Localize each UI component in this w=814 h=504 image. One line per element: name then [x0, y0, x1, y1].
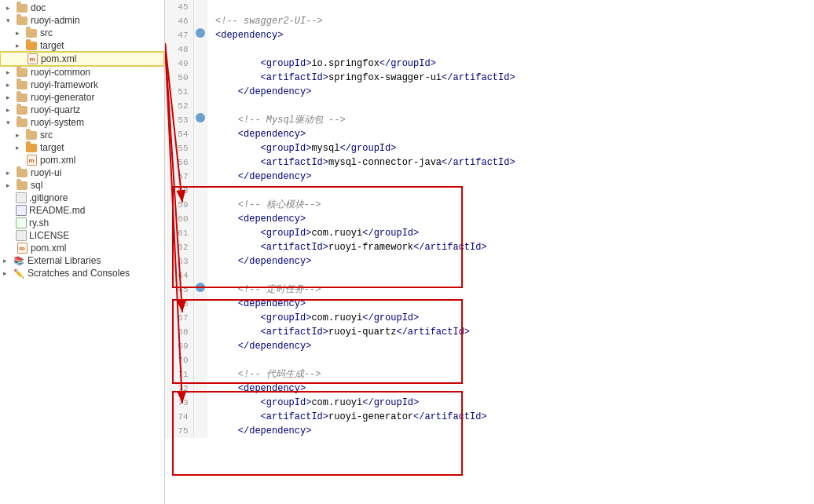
- tree-item-license[interactable]: LICENSE: [0, 229, 164, 242]
- code-line-56: 56 <artifactId>mysql-connector-java</art…: [165, 155, 814, 170]
- code-line-66: 66 <dependency>: [165, 297, 814, 311]
- code-content-63: </dependency>: [207, 254, 814, 268]
- tree-item-scratches[interactable]: ✏️ Scratches and Consoles: [0, 267, 164, 279]
- label-ry-sh: ry.sh: [29, 217, 49, 228]
- arrow-ruoyi-common: [6, 68, 16, 76]
- tree-item-root-pom[interactable]: m pom.xml: [0, 242, 164, 254]
- code-line-58: 58: [165, 184, 814, 198]
- code-content-70: [207, 353, 814, 367]
- file-icon-gitignore: [16, 192, 27, 203]
- label-readme: README.md: [29, 205, 85, 216]
- code-content-53: <!-- Mysql驱动包 -->: [207, 113, 814, 127]
- label-ruoyi-ui: ruoyi-ui: [31, 167, 61, 178]
- code-editor: 45 46<!-- swagger2-UI-->47<dependency>48…: [165, 0, 814, 504]
- code-content-59: <!-- 核心模块-->: [207, 198, 814, 212]
- code-line-47: 47<dependency>: [165, 28, 814, 42]
- gutter-dot-53: [196, 113, 205, 122]
- ext-lib-icon: 📚: [13, 255, 25, 266]
- tree-item-ruoyi-generator[interactable]: ruoyi-generator: [0, 91, 164, 104]
- code-line-74: 74 <artifactId>ruoyi-generator</artifact…: [165, 410, 814, 424]
- tree-item-ruoyi-quartz[interactable]: ruoyi-quartz: [0, 104, 164, 116]
- label-system-src: src: [40, 130, 53, 141]
- tree-item-doc[interactable]: doc: [0, 2, 164, 14]
- code-content-46: <!-- swagger2-UI-->: [207, 14, 814, 28]
- tree-item-gitignore[interactable]: .gitignore: [0, 192, 164, 204]
- folder-icon-ruoyi-common: [16, 67, 28, 78]
- label-external-libraries: External Libraries: [28, 255, 101, 266]
- code-line-52: 52: [165, 99, 814, 113]
- tree-item-admin-target[interactable]: target: [0, 39, 164, 52]
- code-content-55: <groupId>mysql</groupId>: [207, 141, 814, 155]
- code-content-56: <artifactId>mysql-connector-java</artifa…: [207, 155, 814, 170]
- code-line-55: 55 <groupId>mysql</groupId>: [165, 141, 814, 155]
- code-line-57: 57 </dependency>: [165, 170, 814, 184]
- label-ruoyi-admin: ruoyi-admin: [31, 15, 80, 26]
- code-content-73: <groupId>com.ruoyi</groupId>: [207, 396, 814, 410]
- label-doc: doc: [31, 2, 46, 13]
- tree-item-admin-pom[interactable]: m pom.xml: [0, 52, 164, 66]
- label-ruoyi-common: ruoyi-common: [31, 67, 90, 78]
- arrow-ruoyi-quartz: [6, 106, 16, 114]
- code-content-49: <groupId>io.springfox</groupId>: [207, 57, 814, 71]
- code-line-59: 59 <!-- 核心模块-->: [165, 198, 814, 212]
- label-admin-target: target: [40, 40, 64, 51]
- label-ruoyi-framework: ruoyi-framework: [31, 79, 98, 90]
- tree-item-system-src[interactable]: src: [0, 129, 164, 141]
- label-admin-src: src: [40, 27, 53, 38]
- code-content-58: [207, 184, 814, 198]
- code-line-75: 75 </dependency>: [165, 424, 814, 438]
- code-content-71: <!-- 代码生成-->: [207, 367, 814, 382]
- arrow-ruoyi-admin: [6, 16, 16, 24]
- arrow-system-target: [16, 144, 25, 152]
- gutter-dot-47: [196, 28, 205, 38]
- tree-item-ruoyi-system[interactable]: ruoyi-system: [0, 116, 164, 129]
- code-content-66: <dependency>: [207, 297, 814, 311]
- code-content-47: <dependency>: [207, 28, 814, 42]
- code-content-65: <!-- 定时任务-->: [207, 283, 814, 297]
- tree-item-ruoyi-ui[interactable]: ruoyi-ui: [0, 166, 164, 179]
- code-content-75: </dependency>: [207, 424, 814, 438]
- label-ruoyi-generator: ruoyi-generator: [31, 92, 94, 103]
- code-line-54: 54 <dependency>: [165, 127, 814, 141]
- tree-item-ry-sh[interactable]: ry.sh: [0, 217, 164, 229]
- arrow-ruoyi-ui: [6, 169, 16, 177]
- code-content-57: </dependency>: [207, 170, 814, 184]
- arrow-external-libraries: [3, 257, 13, 265]
- code-line-49: 49 <groupId>io.springfox</groupId>: [165, 57, 814, 71]
- tree-item-system-pom[interactable]: m pom.xml: [0, 154, 164, 166]
- code-line-46: 46<!-- swagger2-UI-->: [165, 14, 814, 28]
- file-tree[interactable]: doc ruoyi-admin src target m pom.xml: [0, 0, 165, 504]
- folder-icon-sql: [16, 180, 28, 191]
- folder-icon-admin-src: [25, 27, 38, 38]
- tree-item-sql[interactable]: sql: [0, 179, 164, 192]
- code-line-72: 72 <dependency>: [165, 382, 814, 396]
- label-ruoyi-system: ruoyi-system: [31, 117, 84, 128]
- folder-icon-system-target: [25, 142, 38, 153]
- label-root-pom: pom.xml: [31, 243, 66, 254]
- code-line-61: 61 <groupId>com.ruoyi</groupId>: [165, 226, 814, 240]
- code-line-48: 48: [165, 42, 814, 57]
- label-gitignore: .gitignore: [29, 192, 68, 203]
- gutter-dot-65: [196, 283, 205, 292]
- arrow-sql: [6, 181, 16, 189]
- code-line-62: 62 <artifactId>ruoyi-framework</artifact…: [165, 240, 814, 254]
- arrow-admin-src: [16, 29, 25, 37]
- tree-item-ruoyi-admin[interactable]: ruoyi-admin: [0, 14, 164, 27]
- code-line-67: 67 <groupId>com.ruoyi</groupId>: [165, 311, 814, 325]
- tree-item-ruoyi-common[interactable]: ruoyi-common: [0, 66, 164, 79]
- tree-item-external-libraries[interactable]: 📚 External Libraries: [0, 254, 164, 267]
- code-line-70: 70: [165, 353, 814, 367]
- code-content-69: </dependency>: [207, 339, 814, 353]
- file-icon-system-pom: m: [25, 155, 38, 166]
- arrow-doc: [6, 4, 16, 12]
- tree-item-readme[interactable]: README.md: [0, 204, 164, 217]
- code-content-45: [207, 0, 814, 14]
- tree-item-admin-src[interactable]: src: [0, 27, 164, 39]
- label-system-pom: pom.xml: [40, 155, 75, 166]
- folder-icon-ruoyi-system: [16, 117, 28, 128]
- tree-item-ruoyi-framework[interactable]: ruoyi-framework: [0, 79, 164, 91]
- code-content-61: <groupId>com.ruoyi</groupId>: [207, 226, 814, 240]
- folder-icon-ruoyi-quartz: [16, 104, 28, 115]
- code-table: 45 46<!-- swagger2-UI-->47<dependency>48…: [165, 0, 814, 438]
- tree-item-system-target[interactable]: target: [0, 141, 164, 154]
